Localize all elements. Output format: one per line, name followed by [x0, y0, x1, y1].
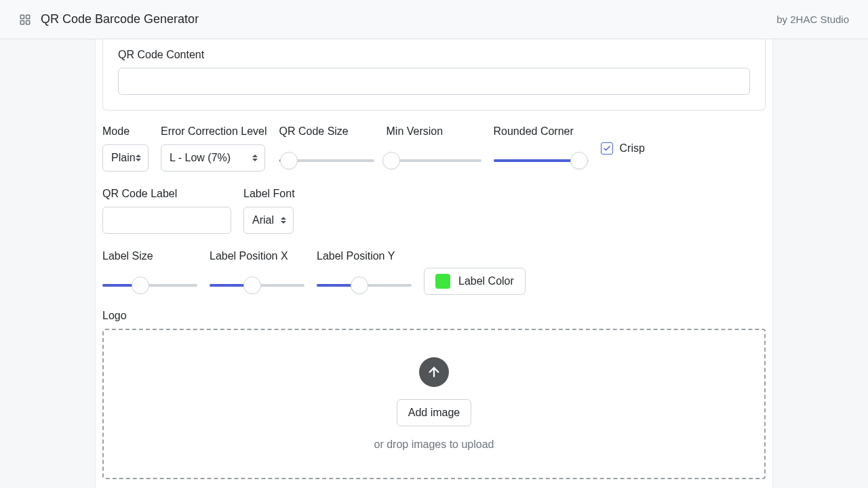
label-font-select[interactable]: Arial [243, 207, 294, 234]
crisp-label: Crisp [620, 142, 645, 155]
label-pos-y-field: Label Position Y [317, 250, 412, 295]
app-header: QR Code Barcode Generator by 2HAC Studio [0, 0, 868, 39]
controls-row-3: Label Size Label Position X Label Positi… [102, 246, 766, 307]
color-swatch-icon [435, 274, 450, 289]
label-size-slider[interactable] [102, 276, 197, 295]
min-version-label: Min Version [387, 125, 481, 138]
ecl-label: Error Correction Level [161, 125, 267, 138]
min-version-field: Min Version [387, 125, 481, 171]
qr-size-label: QR Code Size [279, 125, 374, 138]
label-pos-x-label: Label Position X [210, 250, 304, 262]
controls-row-1: Mode Plain Error Correction Level L - Lo… [102, 121, 766, 184]
ecl-value: L - Low (7%) [170, 152, 231, 164]
qr-size-field: QR Code Size [279, 125, 374, 171]
label-pos-y-label: Label Position Y [317, 250, 412, 262]
label-pos-y-slider[interactable] [317, 276, 412, 295]
qr-label-input[interactable] [102, 207, 231, 234]
label-color-text: Label Color [458, 275, 514, 287]
label-pos-x-field: Label Position X [210, 250, 304, 295]
crisp-checkbox[interactable] [601, 142, 613, 155]
select-caret-icon [251, 155, 259, 161]
add-image-label: Add image [408, 407, 460, 419]
label-color-field: Label Color [424, 250, 526, 295]
label-color-button[interactable]: Label Color [424, 268, 526, 295]
ecl-select[interactable]: L - Low (7%) [161, 144, 265, 171]
app-title: QR Code Barcode Generator [41, 12, 199, 26]
add-image-button[interactable]: Add image [397, 399, 472, 426]
label-font-label: Label Font [243, 188, 295, 200]
svg-rect-2 [20, 20, 24, 24]
mode-value: Plain [111, 152, 136, 164]
rounded-corner-field: Rounded Corner [494, 125, 589, 171]
label-font-field: Label Font Arial [243, 188, 295, 234]
header-left: QR Code Barcode Generator [19, 12, 199, 26]
ecl-field: Error Correction Level L - Low (7%) [161, 125, 267, 171]
mode-field: Mode Plain [102, 125, 149, 171]
rounded-corner-slider[interactable] [494, 151, 589, 170]
label-size-field: Label Size [102, 250, 197, 295]
controls-row-2: QR Code Label Label Font Arial [102, 184, 766, 246]
min-version-slider[interactable] [387, 151, 481, 170]
label-pos-x-slider[interactable] [210, 276, 304, 295]
logo-section: Logo Add image or drop images to upload [102, 307, 766, 488]
svg-rect-0 [20, 15, 24, 18]
crisp-field: Crisp [601, 125, 645, 171]
check-icon [603, 144, 611, 152]
qr-content-input[interactable] [118, 68, 750, 95]
svg-rect-3 [26, 20, 30, 24]
qr-label-label: QR Code Label [102, 188, 231, 200]
drop-hint-text: or drop images to upload [374, 439, 494, 451]
mode-label: Mode [102, 125, 149, 138]
select-caret-icon [279, 217, 288, 224]
qr-content-card: QR Code Content [102, 39, 766, 110]
qr-size-slider[interactable] [279, 151, 374, 170]
mode-select[interactable]: Plain [102, 144, 149, 171]
logo-dropzone[interactable]: Add image or drop images to upload [102, 329, 766, 479]
app-grid-icon [19, 14, 31, 26]
app-byline: by 2HAC Studio [776, 14, 849, 25]
rounded-corner-label: Rounded Corner [494, 125, 589, 138]
qr-label-field: QR Code Label [102, 188, 231, 234]
qr-content-label: QR Code Content [118, 49, 750, 61]
select-caret-icon [134, 155, 142, 161]
logo-label: Logo [102, 310, 766, 322]
label-font-value: Arial [252, 214, 274, 226]
svg-rect-1 [26, 15, 30, 18]
upload-arrow-icon [419, 357, 449, 387]
label-size-label: Label Size [102, 250, 197, 262]
